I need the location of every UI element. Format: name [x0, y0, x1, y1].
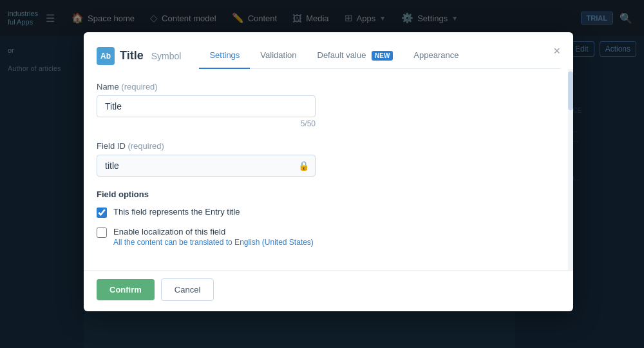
modal-header: Ab Title Symbol Settings Validation Defa… — [84, 32, 573, 69]
modal-title: Title — [120, 49, 144, 63]
lock-icon[interactable]: 🔒 — [298, 160, 309, 171]
modal-footer: Confirm Cancel — [84, 270, 573, 311]
modal-body-wrapper: Name (required) 5/50 Field ID (required)… — [84, 69, 573, 270]
field-options-label: Field options — [97, 189, 560, 199]
cancel-button[interactable]: Cancel — [161, 278, 214, 301]
scrollbar-thumb[interactable] — [568, 72, 573, 110]
entry-title-label: This field represents the Entry title — [113, 207, 240, 217]
field-id-input[interactable] — [97, 155, 316, 177]
confirm-button[interactable]: Confirm — [97, 279, 155, 300]
name-label: Name (required) — [97, 82, 560, 92]
tab-appearance[interactable]: Appearance — [403, 43, 469, 69]
close-button[interactable]: × — [551, 43, 563, 59]
name-char-count: 5/50 — [97, 119, 316, 128]
field-settings-modal: Ab Title Symbol Settings Validation Defa… — [84, 32, 573, 311]
field-id-label: Field ID (required) — [97, 141, 560, 151]
field-type-icon: Ab — [97, 47, 115, 65]
checkbox-row-localization: Enable localization of this field All th… — [97, 227, 560, 247]
checkbox-row-entry-title: This field represents the Entry title — [97, 207, 560, 218]
name-input[interactable] — [97, 95, 316, 117]
tab-settings[interactable]: Settings — [199, 43, 250, 69]
field-id-required: (required) — [128, 141, 164, 151]
name-required: (required) — [121, 82, 157, 92]
localization-sub: All the content can be translated to Eng… — [113, 238, 314, 247]
modal-tabs: Settings Validation Default value NEW Ap… — [199, 43, 560, 69]
localization-label: Enable localization of this field — [113, 227, 314, 237]
name-section: Name (required) 5/50 — [97, 82, 560, 128]
entry-title-checkbox[interactable] — [97, 208, 107, 218]
localization-checkbox[interactable] — [97, 227, 107, 238]
field-id-wrapper: 🔒 — [97, 155, 316, 177]
modal-body: Name (required) 5/50 Field ID (required)… — [84, 69, 573, 270]
scrollbar-track — [568, 69, 573, 270]
field-options-section: Field options This field represents the … — [97, 189, 560, 247]
modal-subtitle: Symbol — [151, 51, 182, 61]
new-badge: NEW — [372, 51, 393, 61]
tab-default-value[interactable]: Default value NEW — [307, 43, 404, 69]
field-id-section: Field ID (required) 🔒 — [97, 141, 560, 177]
tab-validation[interactable]: Validation — [250, 43, 307, 69]
